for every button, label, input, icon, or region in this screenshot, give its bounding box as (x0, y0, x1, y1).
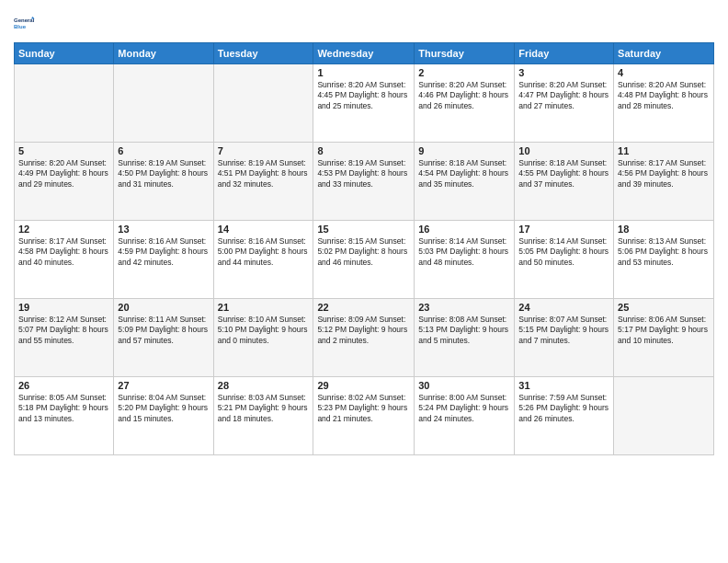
weekday-header: Sunday (15, 43, 114, 64)
calendar-cell: 6Sunrise: 8:19 AM Sunset: 4:50 PM Daylig… (114, 143, 213, 221)
day-info: Sunrise: 8:18 AM Sunset: 4:55 PM Dayligh… (518, 158, 609, 190)
day-number: 13 (118, 224, 209, 235)
day-info: Sunrise: 7:59 AM Sunset: 5:26 PM Dayligh… (518, 393, 609, 424)
calendar-cell: 18Sunrise: 8:13 AM Sunset: 5:06 PM Dayli… (614, 221, 714, 299)
day-number: 30 (418, 380, 510, 391)
calendar-cell: 29Sunrise: 8:02 AM Sunset: 5:23 PM Dayli… (313, 377, 415, 455)
calendar-cell: 9Sunrise: 8:18 AM Sunset: 4:54 PM Daylig… (415, 143, 515, 221)
day-number: 14 (218, 224, 310, 235)
day-number: 10 (518, 145, 609, 156)
day-number: 28 (218, 380, 310, 391)
calendar-week-row: 5Sunrise: 8:20 AM Sunset: 4:49 PM Daylig… (15, 143, 714, 221)
calendar-cell (213, 64, 313, 143)
day-info: Sunrise: 8:20 AM Sunset: 4:46 PM Dayligh… (418, 80, 510, 111)
calendar-cell: 17Sunrise: 8:14 AM Sunset: 5:05 PM Dayli… (515, 221, 614, 299)
calendar-cell: 23Sunrise: 8:08 AM Sunset: 5:13 PM Dayli… (415, 299, 515, 377)
day-number: 3 (518, 67, 609, 78)
calendar-cell: 30Sunrise: 8:00 AM Sunset: 5:24 PM Dayli… (415, 377, 515, 455)
day-number: 21 (218, 302, 310, 313)
calendar-cell: 19Sunrise: 8:12 AM Sunset: 5:07 PM Dayli… (15, 299, 114, 377)
calendar-cell: 21Sunrise: 8:10 AM Sunset: 5:10 PM Dayli… (213, 299, 313, 377)
header: GeneralBlue (14, 9, 714, 37)
calendar-cell: 11Sunrise: 8:17 AM Sunset: 4:56 PM Dayli… (614, 143, 714, 221)
day-info: Sunrise: 8:07 AM Sunset: 5:15 PM Dayligh… (518, 315, 609, 346)
day-info: Sunrise: 8:19 AM Sunset: 4:50 PM Dayligh… (118, 158, 209, 190)
calendar-cell: 27Sunrise: 8:04 AM Sunset: 5:20 PM Dayli… (114, 377, 213, 455)
day-info: Sunrise: 8:20 AM Sunset: 4:47 PM Dayligh… (518, 80, 609, 111)
day-info: Sunrise: 8:02 AM Sunset: 5:23 PM Dayligh… (317, 393, 410, 424)
day-info: Sunrise: 8:10 AM Sunset: 5:10 PM Dayligh… (218, 315, 310, 346)
day-number: 25 (618, 302, 710, 313)
day-number: 18 (618, 224, 710, 235)
calendar-cell: 20Sunrise: 8:11 AM Sunset: 5:09 PM Dayli… (114, 299, 213, 377)
logo: GeneralBlue (14, 9, 41, 37)
calendar-cell: 28Sunrise: 8:03 AM Sunset: 5:21 PM Dayli… (213, 377, 313, 455)
calendar-cell: 10Sunrise: 8:18 AM Sunset: 4:55 PM Dayli… (515, 143, 614, 221)
day-number: 24 (518, 302, 609, 313)
calendar-cell: 13Sunrise: 8:16 AM Sunset: 4:59 PM Dayli… (114, 221, 213, 299)
day-info: Sunrise: 8:17 AM Sunset: 4:56 PM Dayligh… (618, 158, 710, 190)
day-info: Sunrise: 8:04 AM Sunset: 5:20 PM Dayligh… (118, 393, 209, 424)
day-number: 1 (317, 67, 410, 78)
day-number: 11 (618, 145, 710, 156)
day-number: 16 (418, 224, 510, 235)
day-info: Sunrise: 8:09 AM Sunset: 5:12 PM Dayligh… (317, 315, 410, 346)
day-number: 8 (317, 145, 410, 156)
calendar-cell: 2Sunrise: 8:20 AM Sunset: 4:46 PM Daylig… (415, 64, 515, 143)
calendar-cell (614, 377, 714, 455)
day-number: 12 (18, 224, 109, 235)
day-info: Sunrise: 8:15 AM Sunset: 5:02 PM Dayligh… (317, 236, 410, 268)
day-info: Sunrise: 8:16 AM Sunset: 4:59 PM Dayligh… (118, 236, 209, 268)
calendar-cell: 16Sunrise: 8:14 AM Sunset: 5:03 PM Dayli… (415, 221, 515, 299)
day-number: 29 (317, 380, 410, 391)
day-info: Sunrise: 8:12 AM Sunset: 5:07 PM Dayligh… (18, 315, 109, 346)
calendar-cell: 5Sunrise: 8:20 AM Sunset: 4:49 PM Daylig… (15, 143, 114, 221)
calendar-cell: 1Sunrise: 8:20 AM Sunset: 4:45 PM Daylig… (313, 64, 415, 143)
day-info: Sunrise: 8:13 AM Sunset: 5:06 PM Dayligh… (618, 236, 710, 268)
day-info: Sunrise: 8:17 AM Sunset: 4:58 PM Dayligh… (18, 236, 109, 268)
day-number: 4 (618, 67, 710, 78)
day-number: 26 (18, 380, 109, 391)
svg-text:Blue: Blue (14, 24, 27, 29)
weekday-header: Thursday (415, 43, 515, 64)
day-number: 6 (118, 145, 209, 156)
calendar-cell: 12Sunrise: 8:17 AM Sunset: 4:58 PM Dayli… (15, 221, 114, 299)
calendar-cell: 8Sunrise: 8:19 AM Sunset: 4:53 PM Daylig… (313, 143, 415, 221)
day-number: 27 (118, 380, 209, 391)
day-info: Sunrise: 8:08 AM Sunset: 5:13 PM Dayligh… (418, 315, 510, 346)
day-info: Sunrise: 8:20 AM Sunset: 4:45 PM Dayligh… (317, 80, 410, 111)
day-info: Sunrise: 8:20 AM Sunset: 4:48 PM Dayligh… (618, 80, 710, 111)
day-info: Sunrise: 8:18 AM Sunset: 4:54 PM Dayligh… (418, 158, 510, 190)
calendar-header-row: SundayMondayTuesdayWednesdayThursdayFrid… (15, 43, 714, 64)
day-info: Sunrise: 8:16 AM Sunset: 5:00 PM Dayligh… (218, 236, 310, 268)
calendar-cell: 7Sunrise: 8:19 AM Sunset: 4:51 PM Daylig… (213, 143, 313, 221)
calendar-cell: 4Sunrise: 8:20 AM Sunset: 4:48 PM Daylig… (614, 64, 714, 143)
day-info: Sunrise: 8:20 AM Sunset: 4:49 PM Dayligh… (18, 158, 109, 190)
calendar-table: SundayMondayTuesdayWednesdayThursdayFrid… (14, 42, 714, 455)
weekday-header: Friday (515, 43, 614, 64)
weekday-header: Monday (114, 43, 213, 64)
day-number: 19 (18, 302, 109, 313)
calendar-cell: 26Sunrise: 8:05 AM Sunset: 5:18 PM Dayli… (15, 377, 114, 455)
calendar-week-row: 26Sunrise: 8:05 AM Sunset: 5:18 PM Dayli… (15, 377, 714, 455)
weekday-header: Saturday (614, 43, 714, 64)
calendar-cell: 31Sunrise: 7:59 AM Sunset: 5:26 PM Dayli… (515, 377, 614, 455)
calendar-cell (15, 64, 114, 143)
calendar-week-row: 12Sunrise: 8:17 AM Sunset: 4:58 PM Dayli… (15, 221, 714, 299)
day-info: Sunrise: 8:11 AM Sunset: 5:09 PM Dayligh… (118, 315, 209, 346)
calendar-cell (114, 64, 213, 143)
day-info: Sunrise: 8:03 AM Sunset: 5:21 PM Dayligh… (218, 393, 310, 424)
calendar-week-row: 19Sunrise: 8:12 AM Sunset: 5:07 PM Dayli… (15, 299, 714, 377)
day-number: 31 (518, 380, 609, 391)
day-number: 17 (518, 224, 609, 235)
day-info: Sunrise: 8:19 AM Sunset: 4:51 PM Dayligh… (218, 158, 310, 190)
weekday-header: Wednesday (313, 43, 415, 64)
day-number: 23 (418, 302, 510, 313)
weekday-header: Tuesday (213, 43, 313, 64)
day-info: Sunrise: 8:14 AM Sunset: 5:05 PM Dayligh… (518, 236, 609, 268)
day-number: 20 (118, 302, 209, 313)
day-number: 15 (317, 224, 410, 235)
day-info: Sunrise: 8:19 AM Sunset: 4:53 PM Dayligh… (317, 158, 410, 190)
day-number: 22 (317, 302, 410, 313)
calendar-cell: 25Sunrise: 8:06 AM Sunset: 5:17 PM Dayli… (614, 299, 714, 377)
